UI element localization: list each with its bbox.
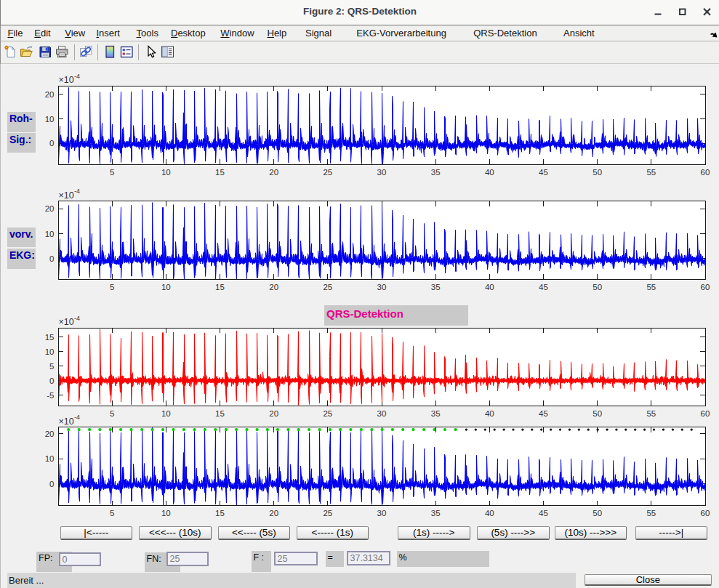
svg-text:55: 55 [646, 409, 656, 418]
svg-text:20: 20 [269, 509, 278, 517]
svg-text:25: 25 [323, 168, 332, 177]
svg-text:×10: ×10 [59, 190, 74, 201]
svg-text:60: 60 [701, 509, 710, 517]
svg-text:25: 25 [323, 409, 332, 418]
svg-text:45: 45 [539, 283, 548, 291]
svg-text:15: 15 [215, 509, 225, 517]
svg-text:60: 60 [701, 168, 710, 177]
svg-text:45: 45 [539, 409, 548, 418]
svg-text:60: 60 [701, 283, 710, 291]
svg-text:5: 5 [110, 509, 114, 517]
svg-text:40: 40 [485, 409, 494, 418]
svg-text:5: 5 [110, 409, 114, 418]
svg-text:-5: -5 [47, 391, 54, 400]
svg-text:50: 50 [593, 168, 602, 177]
svg-text:35: 35 [431, 409, 441, 418]
svg-text:10: 10 [45, 115, 55, 124]
svg-text:0: 0 [49, 480, 54, 488]
svg-text:35: 35 [431, 509, 441, 517]
svg-text:55: 55 [646, 283, 656, 291]
svg-text:35: 35 [431, 283, 441, 291]
svg-text:10: 10 [45, 347, 55, 356]
svg-text:20: 20 [269, 409, 278, 418]
svg-text:15: 15 [45, 333, 55, 342]
svg-text:-4: -4 [74, 315, 80, 322]
svg-text:10: 10 [45, 454, 55, 463]
svg-text:15: 15 [215, 283, 225, 291]
svg-text:20: 20 [45, 204, 55, 213]
svg-text:30: 30 [377, 168, 387, 177]
svg-text:-4: -4 [74, 414, 80, 421]
svg-text:10: 10 [161, 168, 171, 177]
svg-text:60: 60 [701, 409, 710, 418]
svg-text:50: 50 [593, 283, 602, 291]
svg-text:15: 15 [215, 409, 225, 418]
svg-text:20: 20 [45, 430, 55, 438]
svg-text:-4: -4 [74, 73, 80, 80]
svg-text:30: 30 [377, 409, 387, 418]
svg-text:-4: -4 [74, 188, 80, 195]
svg-text:10: 10 [161, 509, 171, 517]
svg-text:20: 20 [45, 90, 55, 99]
svg-text:40: 40 [485, 283, 494, 291]
svg-text:5: 5 [110, 168, 114, 177]
svg-text:×10: ×10 [59, 416, 74, 427]
svg-text:0: 0 [49, 376, 54, 385]
svg-text:45: 45 [539, 168, 548, 177]
svg-text:30: 30 [377, 283, 387, 291]
svg-text:45: 45 [539, 509, 548, 517]
svg-text:0: 0 [49, 254, 54, 263]
svg-text:25: 25 [323, 509, 332, 517]
svg-text:55: 55 [646, 168, 656, 177]
svg-text:30: 30 [377, 509, 387, 517]
svg-text:10: 10 [161, 409, 171, 418]
svg-text:5: 5 [110, 283, 114, 291]
svg-text:35: 35 [431, 168, 441, 177]
svg-text:40: 40 [485, 509, 494, 517]
svg-text:5: 5 [49, 362, 54, 371]
svg-text:20: 20 [269, 168, 278, 177]
svg-text:20: 20 [269, 283, 278, 291]
svg-text:×10: ×10 [59, 317, 74, 327]
svg-text:55: 55 [646, 509, 656, 517]
svg-text:50: 50 [593, 509, 602, 517]
svg-text:50: 50 [593, 409, 602, 418]
svg-text:10: 10 [161, 283, 171, 291]
svg-text:40: 40 [485, 168, 494, 177]
svg-text:10: 10 [45, 230, 55, 238]
svg-text:0: 0 [49, 139, 54, 148]
svg-text:25: 25 [323, 283, 332, 291]
svg-text:×10: ×10 [59, 75, 74, 85]
svg-text:15: 15 [215, 168, 225, 177]
